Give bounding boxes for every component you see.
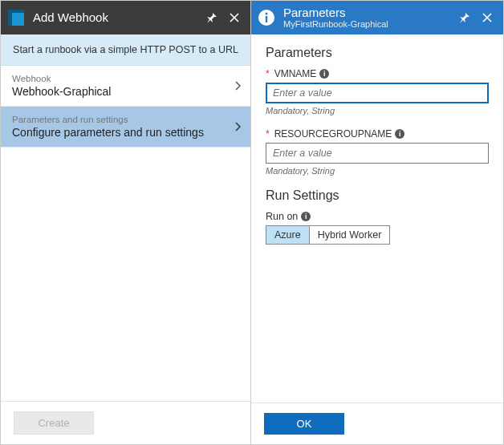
vmname-label: * VMNAME i bbox=[266, 68, 489, 79]
left-header: Add Webhook bbox=[1, 1, 250, 34]
right-content: Parameters * VMNAME i Mandatory, String … bbox=[251, 34, 503, 301]
webhook-value: Webhook-Graphical bbox=[12, 85, 239, 98]
parameters-section-title: Parameters bbox=[266, 46, 489, 60]
right-header-titles: Parameters MyFirstRunbook-Graphical bbox=[283, 6, 453, 30]
rgname-helper: Mandatory, String bbox=[266, 166, 489, 176]
add-webhook-panel: Add Webhook Start a runbook via a simple… bbox=[1, 1, 251, 444]
params-value: Configure parameters and run settings bbox=[12, 126, 239, 139]
run-settings-title: Run Settings bbox=[266, 188, 489, 203]
info-icon[interactable]: i bbox=[395, 129, 404, 139]
webhook-item[interactable]: Webhook Webhook-Graphical bbox=[1, 66, 250, 107]
vmname-label-text: VMNAME bbox=[274, 68, 317, 79]
rgname-label-text: RESOURCEGROUPNAME bbox=[274, 128, 392, 140]
rgname-label: * RESOURCEGROUPNAME i bbox=[266, 128, 489, 140]
ok-button[interactable]: OK bbox=[264, 413, 344, 435]
right-footer: OK bbox=[251, 403, 503, 444]
svg-rect-5 bbox=[266, 16, 267, 22]
right-header: Parameters MyFirstRunbook-Graphical bbox=[251, 1, 503, 34]
svg-rect-2 bbox=[8, 13, 12, 26]
chevron-right-icon bbox=[234, 122, 241, 131]
info-icon[interactable]: i bbox=[319, 69, 329, 79]
right-subtitle: MyFirstRunbook-Graphical bbox=[283, 19, 453, 29]
run-on-label: Run on i bbox=[266, 211, 489, 222]
vmname-helper: Mandatory, String bbox=[266, 106, 489, 115]
webhook-panel-icon bbox=[7, 9, 25, 26]
vmname-field: * VMNAME i Mandatory, String bbox=[266, 68, 489, 115]
rgname-field: * RESOURCEGROUPNAME i Mandatory, String bbox=[266, 128, 489, 176]
webhook-label: Webhook bbox=[12, 74, 239, 83]
vmname-input[interactable] bbox=[266, 83, 489, 103]
toggle-azure[interactable]: Azure bbox=[266, 225, 310, 245]
run-on-text: Run on bbox=[266, 211, 298, 222]
params-label: Parameters and run settings bbox=[12, 115, 239, 124]
left-header-titles: Add Webhook bbox=[33, 11, 201, 25]
chevron-right-icon bbox=[234, 81, 241, 91]
pin-button[interactable] bbox=[453, 6, 476, 29]
info-circle-icon bbox=[258, 9, 275, 26]
info-banner: Start a runbook via a simple HTTP POST t… bbox=[1, 34, 250, 66]
parameters-item[interactable]: Parameters and run settings Configure pa… bbox=[1, 107, 250, 148]
left-title: Add Webhook bbox=[33, 11, 201, 25]
rgname-input[interactable] bbox=[266, 143, 489, 164]
required-asterisk: * bbox=[266, 68, 270, 79]
close-button[interactable] bbox=[476, 6, 498, 29]
svg-point-4 bbox=[266, 13, 268, 15]
create-button: Create bbox=[14, 411, 94, 435]
toggle-hybrid[interactable]: Hybrid Worker bbox=[310, 225, 391, 245]
required-asterisk: * bbox=[266, 128, 270, 140]
close-button[interactable] bbox=[223, 6, 246, 29]
info-icon[interactable]: i bbox=[301, 212, 311, 221]
run-on-toggle: Azure Hybrid Worker bbox=[266, 225, 489, 245]
pin-button[interactable] bbox=[201, 6, 223, 29]
left-footer: Create bbox=[1, 401, 250, 444]
right-title: Parameters bbox=[283, 6, 453, 20]
svg-rect-1 bbox=[8, 10, 24, 13]
parameters-panel: Parameters MyFirstRunbook-Graphical Para… bbox=[251, 1, 503, 444]
